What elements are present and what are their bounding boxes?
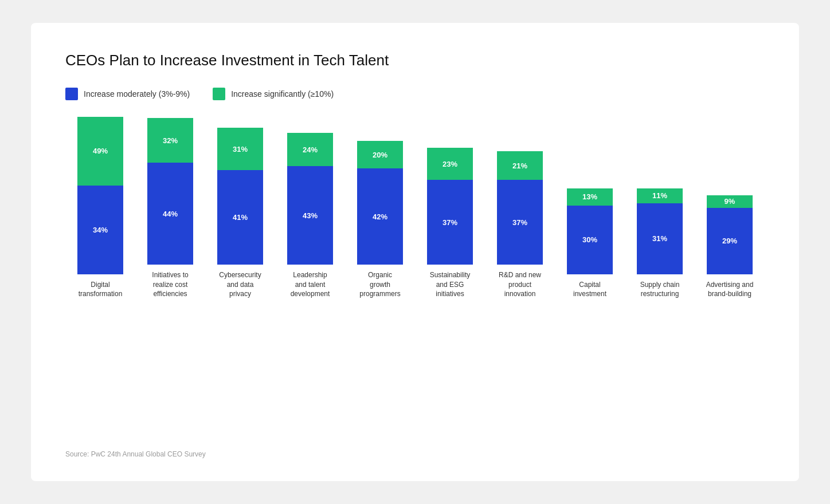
bar-group-initiatives-cost: 32%44%Initiatives torealize costefficien… xyxy=(135,118,205,298)
bar-group-organic-growth: 20%42%Organicgrowthprogrammers xyxy=(345,141,415,298)
bar-green-leadership-talent: 24% xyxy=(287,133,333,166)
bar-blue-capital-investment: 30% xyxy=(567,206,613,274)
bar-green-capital-investment: 13% xyxy=(567,188,613,206)
legend-label-moderate: Increase moderately (3%-9%) xyxy=(84,89,190,99)
bar-group-digital-transformation: 49%34%Digitaltransformation xyxy=(65,117,135,298)
bar-blue-digital-transformation: 34% xyxy=(77,186,123,274)
bar-label-leadership-talent: Leadershipand talentdevelopment xyxy=(283,270,338,298)
bar-group-supply-chain: 11%31%Supply chainrestructuring xyxy=(625,188,695,298)
legend-label-significant: Increase significantly (≥10%) xyxy=(231,89,334,99)
bar-stack-capital-investment: 13%30% xyxy=(567,188,613,274)
legend-swatch-significant xyxy=(213,88,225,100)
bar-stack-organic-growth: 20%42% xyxy=(357,141,403,265)
bar-stack-supply-chain: 11%31% xyxy=(637,188,683,274)
bar-blue-advertising: 29% xyxy=(707,208,753,274)
bar-group-capital-investment: 13%30%Capitalinvestment xyxy=(555,188,625,298)
bar-blue-cybersecurity: 41% xyxy=(217,170,263,265)
bar-label-cybersecurity: Cybersecurityand dataprivacy xyxy=(213,270,268,298)
bar-green-organic-growth: 20% xyxy=(357,141,403,168)
chart-title: CEOs Plan to Increase Investment in Tech… xyxy=(65,52,765,69)
bar-blue-sustainability: 37% xyxy=(427,180,473,265)
source-text: Source: PwC 24th Annual Global CEO Surve… xyxy=(65,450,765,458)
bar-green-digital-transformation: 49% xyxy=(77,117,123,186)
bar-blue-organic-growth: 42% xyxy=(357,168,403,265)
bar-stack-rd-innovation: 21%37% xyxy=(497,151,543,265)
bar-label-rd-innovation: R&D and newproductinnovation xyxy=(493,270,547,298)
legend-swatch-moderate xyxy=(65,88,78,100)
bar-group-advertising: 9%29%Advertising andbrand-building xyxy=(695,195,765,298)
chart-card: CEOs Plan to Increase Investment in Tech… xyxy=(31,23,799,481)
bar-green-rd-innovation: 21% xyxy=(497,151,543,180)
bar-label-supply-chain: Supply chainrestructuring xyxy=(633,280,687,298)
bar-group-rd-innovation: 21%37%R&D and newproductinnovation xyxy=(485,151,555,298)
bar-group-leadership-talent: 24%43%Leadershipand talentdevelopment xyxy=(275,133,345,298)
bar-label-capital-investment: Capitalinvestment xyxy=(563,280,617,298)
bar-group-cybersecurity: 31%41%Cybersecurityand dataprivacy xyxy=(205,128,275,298)
bar-label-advertising: Advertising andbrand-building xyxy=(703,280,757,298)
bar-blue-initiatives-cost: 44% xyxy=(147,163,193,265)
chart-area: 49%34%Digitaltransformation32%44%Initiat… xyxy=(65,121,765,439)
bar-stack-initiatives-cost: 32%44% xyxy=(147,118,193,265)
bar-label-initiatives-cost: Initiatives torealize costefficiencies xyxy=(143,270,198,298)
legend-item-moderate: Increase moderately (3%-9%) xyxy=(65,88,190,100)
bar-blue-supply-chain: 31% xyxy=(637,203,683,274)
bar-stack-advertising: 9%29% xyxy=(707,195,753,274)
bar-green-advertising: 9% xyxy=(707,195,753,208)
bar-stack-cybersecurity: 31%41% xyxy=(217,128,263,265)
bar-label-organic-growth: Organicgrowthprogrammers xyxy=(353,270,408,298)
bars-wrapper: 49%34%Digitaltransformation32%44%Initiat… xyxy=(65,121,765,298)
bar-stack-leadership-talent: 24%43% xyxy=(287,133,333,265)
bar-green-supply-chain: 11% xyxy=(637,188,683,203)
bar-group-sustainability: 23%37%Sustainabilityand ESGinitiatives xyxy=(415,148,485,298)
bar-blue-rd-innovation: 37% xyxy=(497,180,543,265)
bar-stack-sustainability: 23%37% xyxy=(427,148,473,265)
bar-green-cybersecurity: 31% xyxy=(217,128,263,170)
bar-green-sustainability: 23% xyxy=(427,148,473,180)
bar-label-sustainability: Sustainabilityand ESGinitiatives xyxy=(423,270,477,298)
bar-stack-digital-transformation: 49%34% xyxy=(77,117,123,274)
legend: Increase moderately (3%-9%) Increase sig… xyxy=(65,88,765,100)
legend-item-significant: Increase significantly (≥10%) xyxy=(213,88,334,100)
bar-green-initiatives-cost: 32% xyxy=(147,118,193,163)
bar-blue-leadership-talent: 43% xyxy=(287,166,333,265)
bar-label-digital-transformation: Digitaltransformation xyxy=(73,280,128,298)
